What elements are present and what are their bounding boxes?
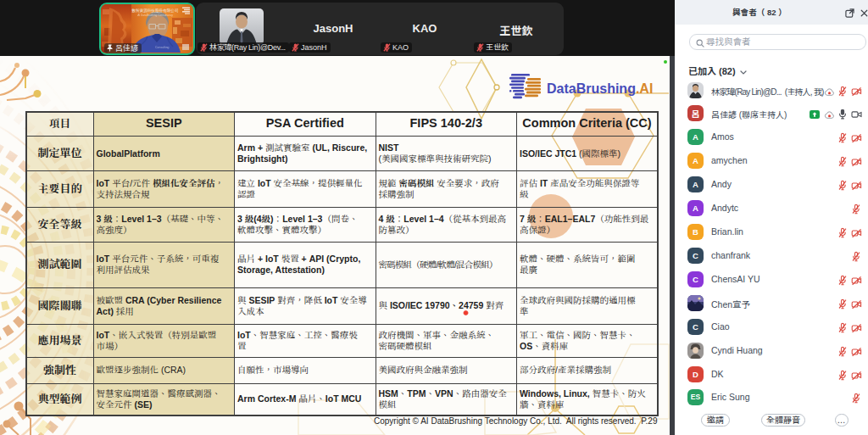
svg-text:AI DataBrushing Consultancy: AI DataBrushing Consultancy bbox=[137, 14, 173, 17]
svg-text:數智資源科技股份有限公司: 數智資源科技股份有限公司 bbox=[131, 8, 178, 14]
svg-text:Consulting: Consulting bbox=[155, 46, 170, 49]
